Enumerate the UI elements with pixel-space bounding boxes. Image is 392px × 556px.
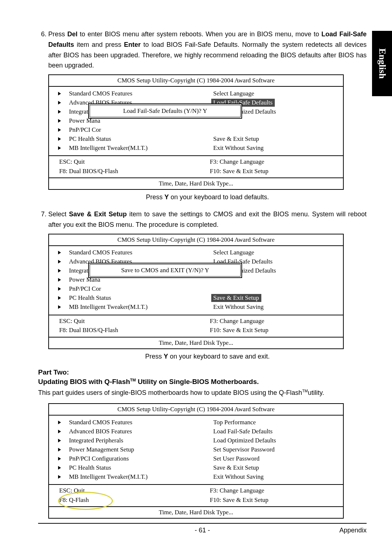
- bios-footer: Time, Date, Hard Disk Type...: [49, 178, 343, 189]
- triangle-icon: [58, 119, 61, 123]
- key-hint: ESC: Quit: [59, 157, 189, 167]
- key-enter: Enter: [124, 41, 141, 48]
- menu-item: Exit Without Saving: [213, 303, 264, 311]
- bios-key-hints: ESC: Quit F8: Dual BIOS/Q-Flash F3: Chan…: [49, 156, 343, 178]
- triangle-icon: [58, 448, 61, 451]
- menu-item: Select Language: [213, 249, 254, 256]
- step-6: Press Del to enter BIOS menu after syste…: [48, 29, 367, 71]
- triangle-icon: [58, 430, 61, 433]
- key-hint: F3: Change Language: [210, 316, 339, 326]
- text: Select: [48, 210, 69, 218]
- bios-screen-1: CMOS Setup Utility-Copyright (C) 1984-20…: [48, 74, 344, 190]
- text: Press: [48, 30, 67, 38]
- triangle-icon: [58, 260, 61, 263]
- menu-item: Top Performance: [213, 419, 256, 426]
- text: to enter BIOS menu after system reboots.…: [77, 30, 321, 38]
- bios-title: CMOS Setup Utility-Copyright (C) 1984-20…: [49, 404, 343, 416]
- part-two-body: This part guides users of single-BIOS mo…: [38, 388, 367, 398]
- triangle-icon: [58, 269, 61, 273]
- language-tab: English: [372, 31, 392, 96]
- menu-item: Integrated Peripherals: [69, 437, 123, 444]
- key-hint: F10: Save & Exit Setup: [210, 495, 339, 505]
- key-hint: F3: Change Language: [210, 157, 339, 167]
- key-hint: F3: Change Language: [210, 486, 339, 495]
- triangle-icon: [58, 466, 61, 470]
- menu-item: PC Health Status: [69, 135, 111, 143]
- bios-title: CMOS Setup Utility-Copyright (C) 1984-20…: [49, 234, 343, 246]
- menu-item: Set Supervisor Password: [213, 446, 275, 453]
- menu-item: Advanced BIOS Features: [69, 428, 132, 435]
- menu-item: PC Health Status: [69, 464, 111, 471]
- menu-item-highlighted: Save & Exit Setup: [211, 294, 261, 302]
- triangle-icon: [58, 128, 61, 132]
- key-del: Del: [67, 30, 77, 38]
- triangle-icon: [58, 251, 61, 254]
- bios-left-column: Standard CMOS Features Advanced BIOS Fea…: [49, 89, 188, 152]
- menu-item: Set User Password: [213, 455, 260, 462]
- dialog-text: Save to CMOS and EXIT (Y/N)? Y: [90, 264, 241, 277]
- triangle-icon: [58, 278, 61, 282]
- caption-1: Press Y on your keyboard to load default…: [48, 193, 367, 201]
- highlight-oval-icon: [58, 492, 113, 510]
- menu-item: PnP/PCI Cor: [69, 285, 101, 293]
- menu-item: Save & Exit Setup: [213, 135, 259, 143]
- bios-left-column: Standard CMOS Features Advanced BIOS Fea…: [49, 248, 188, 312]
- menu-item: Exit Without Saving: [213, 144, 264, 152]
- menu-item: PC Health Status: [69, 294, 111, 302]
- caption-2: Press Y on your keyboard to save and exi…: [48, 353, 367, 360]
- triangle-icon: [58, 475, 61, 479]
- triangle-icon: [58, 421, 61, 424]
- triangle-icon: [58, 457, 61, 461]
- bios-screen-2: CMOS Setup Utility-Copyright (C) 1984-20…: [48, 234, 344, 349]
- bios-key-hints: ESC: Quit F8: Dual BIOS/Q-Flash F3: Chan…: [49, 315, 343, 338]
- menu-item: Standard CMOS Features: [69, 249, 132, 256]
- menu-item: Exit Without Saving: [213, 473, 264, 481]
- page-number: - 61 -: [195, 527, 210, 534]
- menu-item: PnP/PCI Cor: [69, 126, 101, 134]
- triangle-icon: [58, 146, 61, 150]
- dialog-text: Load Fail-Safe Defaults (Y/N)? Y: [90, 105, 241, 117]
- key-hint: F8: Dual BIOS/Q-Flash: [59, 326, 189, 335]
- menu-item: Load Fail-Safe Defaults: [213, 428, 273, 435]
- menu-item: MB Intelligent Tweaker(M.I.T.): [69, 473, 148, 481]
- bios-right-column: Select Language Load Fail-Safe Defaults …: [188, 89, 343, 152]
- part-two-heading: Part Two:: [38, 368, 367, 376]
- bios-screen-3: CMOS Setup Utility-Copyright (C) 1984-20…: [48, 403, 344, 519]
- item-name: Save & Exit Setup: [69, 210, 127, 218]
- part-two-subheading: Updating BIOS with Q-FlashTM Utility on …: [38, 378, 367, 386]
- triangle-icon: [58, 287, 61, 291]
- bios-right-column: Select Language Load Fail-Safe Defaults …: [188, 248, 343, 312]
- step-7: Select Save & Exit Setup item to save th…: [48, 209, 367, 230]
- trademark: TM: [130, 378, 136, 382]
- trademark: TM: [302, 389, 308, 393]
- menu-item: Load Optimized Defaults: [213, 437, 276, 444]
- key-hint: F8: Dual BIOS/Q-Flash: [59, 167, 189, 176]
- confirm-dialog: Save to CMOS and EXIT (Y/N)? Y: [88, 263, 242, 278]
- menu-item: Power Management Setup: [69, 446, 134, 453]
- bios-title: CMOS Setup Utility-Copyright (C) 1984-20…: [49, 75, 343, 87]
- bios-right-column: Top Performance Load Fail-Safe Defaults …: [188, 418, 343, 481]
- page-footer: - 61 - Appendix: [38, 523, 367, 534]
- triangle-icon: [58, 110, 61, 114]
- menu-item: MB Intelligent Tweaker(M.I.T.): [69, 144, 148, 152]
- menu-item: Standard CMOS Features: [69, 419, 132, 426]
- confirm-dialog: Load Fail-Safe Defaults (Y/N)? Y: [88, 103, 242, 119]
- triangle-icon: [58, 305, 61, 309]
- menu-item: Standard CMOS Features: [69, 90, 132, 97]
- bios-footer: Time, Date, Hard Disk Type...: [49, 338, 343, 348]
- text: item and press: [74, 41, 124, 48]
- menu-item: Select Language: [213, 90, 254, 97]
- menu-item: Save & Exit Setup: [213, 464, 259, 471]
- key-hint: F10: Save & Exit Setup: [210, 326, 339, 335]
- menu-item: MB Intelligent Tweaker(M.I.T.): [69, 303, 148, 311]
- key-hint: F10: Save & Exit Setup: [210, 167, 339, 176]
- triangle-icon: [58, 92, 61, 95]
- triangle-icon: [58, 439, 61, 442]
- section-name: Appendix: [210, 527, 367, 534]
- key-hint: ESC: Quit: [59, 316, 189, 326]
- triangle-icon: [58, 137, 61, 141]
- triangle-icon: [58, 101, 61, 105]
- menu-item: PnP/PCI Configurations: [69, 455, 129, 462]
- bios-left-column: Standard CMOS Features Advanced BIOS Fea…: [49, 418, 188, 481]
- triangle-icon: [58, 296, 61, 300]
